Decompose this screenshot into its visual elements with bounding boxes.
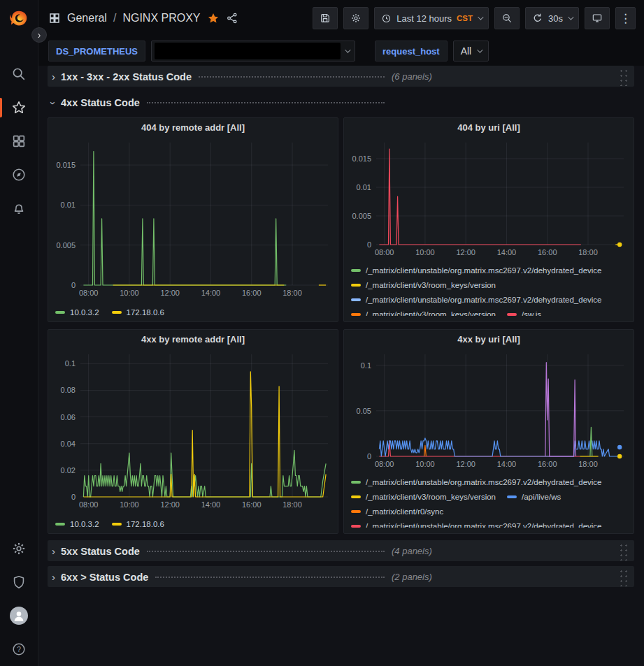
- legend-item[interactable]: 10.0.3.2: [55, 516, 99, 531]
- legend-swatch: [55, 311, 65, 314]
- kebab-menu-button[interactable]: ⋮: [615, 7, 636, 29]
- timeseries-chart[interactable]: 08:0010:0012:0014:0016:0018:0000.050.1: [345, 349, 629, 470]
- row-drag-handle[interactable]: [618, 67, 629, 86]
- avatar[interactable]: [0, 599, 38, 632]
- svg-text:14:00: 14:00: [201, 500, 221, 509]
- legend-label: 10.0.3.2: [70, 520, 99, 528]
- row-drag-handle[interactable]: [618, 567, 629, 586]
- svg-text:18:00: 18:00: [282, 289, 302, 297]
- share-icon[interactable]: [226, 12, 238, 24]
- legend-swatch: [351, 495, 361, 498]
- row-5xx[interactable]: › 5xx Status Code (4 panels): [48, 540, 634, 561]
- svg-text:0.1: 0.1: [65, 359, 76, 368]
- row-drag-handle[interactable]: [618, 542, 629, 560]
- legend-item[interactable]: 172.18.0.6: [112, 516, 164, 531]
- panel-title[interactable]: 404 by uri [All]: [344, 118, 634, 137]
- panel-legend: /_matrix/client/unstable/org.matrix.msc2…: [344, 473, 634, 528]
- row-title: 6xx > Status Code: [61, 572, 148, 583]
- chevron-down-icon: [478, 14, 483, 20]
- dotted-leader: [155, 577, 385, 578]
- time-range-picker[interactable]: Last 12 hours CST: [374, 7, 489, 29]
- refresh-interval-label[interactable]: 30s: [548, 13, 563, 24]
- svg-text:08:00: 08:00: [79, 289, 99, 297]
- legend-label: /_matrix/client/unstable/org.matrix.msc2…: [366, 266, 602, 275]
- save-dashboard-button[interactable]: [313, 7, 338, 29]
- refresh-button[interactable]: 30s: [525, 7, 579, 29]
- page-title[interactable]: NGINX PROXY: [122, 12, 200, 24]
- datasource-variable-label[interactable]: DS_PROMETHEUS: [48, 41, 145, 61]
- legend-item[interactable]: /_matrix/client/unstable/org.matrix.msc2…: [351, 475, 602, 489]
- svg-text:12:00: 12:00: [160, 289, 180, 297]
- sidebar: ?: [0, 0, 38, 666]
- legend-item[interactable]: 172.18.0.6: [112, 305, 164, 319]
- panel-title[interactable]: 404 by remote addr [All]: [48, 118, 338, 137]
- sidebar-expand-button[interactable]: ›: [31, 27, 47, 43]
- legend-item[interactable]: /_matrix/client/unstable/org.matrix.msc2…: [351, 519, 602, 528]
- svg-text:0: 0: [71, 281, 76, 289]
- legend-swatch: [112, 311, 122, 314]
- row-panel-count: (6 panels): [392, 71, 432, 82]
- grid-icon: [48, 12, 61, 24]
- svg-text:16:00: 16:00: [538, 460, 557, 468]
- row-4xx[interactable]: › 4xx Status Code: [48, 92, 634, 113]
- starred-dashboards-icon[interactable]: [0, 91, 38, 124]
- cycle-view-button[interactable]: [585, 7, 610, 29]
- legend-swatch: [351, 510, 361, 513]
- breadcrumb-folder[interactable]: General: [67, 12, 107, 24]
- clock-icon: [381, 13, 392, 24]
- chevron-right-icon: ›: [52, 71, 55, 82]
- legend-item[interactable]: 10.0.3.2: [55, 305, 99, 319]
- panel-legend: 10.0.3.2172.18.0.6: [48, 514, 338, 531]
- panel-title[interactable]: 4xx by uri [All]: [344, 330, 634, 349]
- row-panel-count: (2 panels): [392, 572, 432, 582]
- legend-item[interactable]: /_matrix/client/unstable/org.matrix.msc2…: [351, 263, 602, 277]
- row-title: 5xx Status Code: [61, 546, 140, 557]
- svg-text:10:00: 10:00: [415, 460, 435, 468]
- panel-title[interactable]: 4xx by remote addr [All]: [48, 330, 338, 349]
- svg-text:08:00: 08:00: [79, 500, 99, 509]
- svg-text:08:00: 08:00: [375, 460, 394, 468]
- legend-item[interactable]: /_matrix/client/v3/room_keys/version: [351, 489, 496, 504]
- chevron-down-icon: [345, 47, 350, 52]
- settings-icon[interactable]: [0, 532, 38, 565]
- legend-item[interactable]: /_matrix/client/v3/room_keys/version: [351, 307, 496, 316]
- dashboard-variables-row: DS_PROMETHEUS request_host All: [38, 36, 644, 66]
- row-1xx-3xx-2xx[interactable]: › 1xx - 3xx - 2xx Status Code (6 panels): [48, 66, 634, 87]
- datasource-variable-select[interactable]: [151, 41, 355, 61]
- dashboard-scroll-area: › 1xx - 3xx - 2xx Status Code (6 panels)…: [38, 66, 644, 592]
- svg-text:14:00: 14:00: [497, 248, 517, 256]
- timeseries-chart[interactable]: 08:0010:0012:0014:0016:0018:0000.0050.01…: [50, 137, 334, 299]
- dashboard-settings-button[interactable]: [343, 7, 368, 29]
- dashboards-icon[interactable]: [0, 124, 38, 158]
- svg-text:12:00: 12:00: [456, 460, 475, 468]
- search-icon[interactable]: [0, 57, 38, 91]
- legend-item[interactable]: /_matrix/client/r0/sync: [351, 504, 443, 519]
- legend-label: /api/live/ws: [522, 493, 561, 501]
- explore-icon[interactable]: [0, 158, 38, 191]
- server-admin-icon[interactable]: [0, 565, 38, 599]
- legend-swatch: [351, 525, 361, 528]
- row-6xx[interactable]: › 6xx > Status Code (2 panels): [48, 566, 634, 587]
- legend-item[interactable]: /sw.js: [507, 307, 541, 316]
- help-icon[interactable]: ?: [0, 632, 38, 666]
- chevron-down-icon: ›: [48, 101, 59, 105]
- svg-text:16:00: 16:00: [538, 248, 557, 256]
- panel-4xx-by-remote-addr: 4xx by remote addr [All] 08:0010:0012:00…: [48, 329, 338, 534]
- timeseries-chart[interactable]: 08:0010:0012:0014:0016:0018:0000.020.040…: [50, 349, 334, 511]
- zoom-out-button[interactable]: [494, 7, 520, 29]
- time-range-label: Last 12 hours: [396, 13, 452, 24]
- request-host-variable-select[interactable]: All: [453, 41, 489, 61]
- legend-item[interactable]: /_matrix/client/v3/room_keys/version: [351, 277, 496, 292]
- panel-legend: 10.0.3.2172.18.0.6: [48, 302, 338, 319]
- svg-text:0.015: 0.015: [352, 154, 371, 163]
- svg-text:18:00: 18:00: [282, 500, 302, 509]
- request-host-variable-label[interactable]: request_host: [375, 41, 448, 61]
- star-filled-icon[interactable]: [207, 12, 220, 24]
- svg-text:0.01: 0.01: [61, 201, 76, 209]
- legend-item[interactable]: /_matrix/client/unstable/org.matrix.msc2…: [351, 292, 602, 307]
- alerting-icon[interactable]: [0, 191, 38, 225]
- svg-text:08:00: 08:00: [375, 248, 394, 256]
- legend-item[interactable]: /api/live/ws: [507, 489, 561, 504]
- timeseries-chart[interactable]: 08:0010:0012:0014:0016:0018:0000.0050.01…: [345, 137, 629, 259]
- svg-text:0.05: 0.05: [357, 407, 371, 415]
